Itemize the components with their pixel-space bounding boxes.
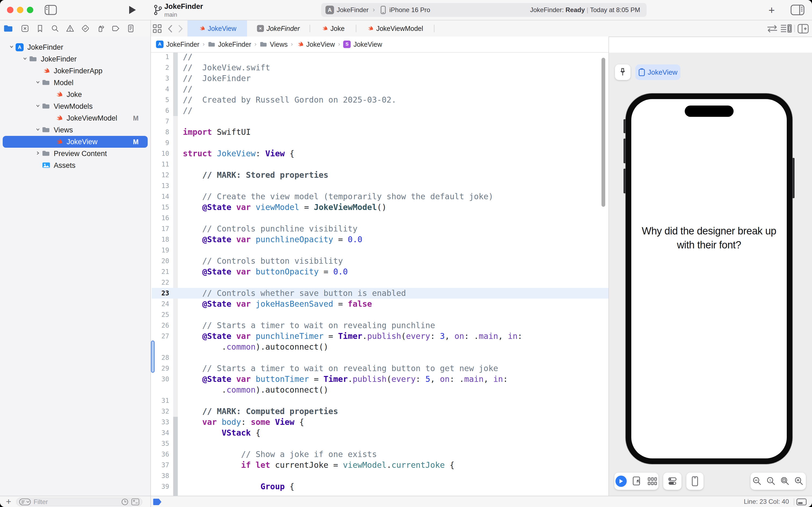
- sidebar-item-model[interactable]: Model: [0, 77, 151, 89]
- line-number[interactable]: 37: [151, 460, 169, 470]
- source-change-bar[interactable]: [151, 340, 155, 373]
- inspector-toggle-icon[interactable]: [791, 5, 805, 15]
- line-number[interactable]: 4: [151, 84, 169, 95]
- line-number[interactable]: 1: [151, 53, 169, 62]
- zoom-fit-icon[interactable]: [780, 476, 790, 486]
- line-number[interactable]: 11: [151, 159, 169, 170]
- line-number[interactable]: 19: [151, 245, 169, 256]
- line-number[interactable]: 27: [151, 331, 169, 342]
- sidebar-toggle-icon[interactable]: [45, 5, 57, 15]
- breadcrumb-item-jokefinder[interactable]: AJokeFinder: [156, 41, 199, 48]
- find-navigator-button[interactable]: [51, 24, 60, 33]
- line-number[interactable]: 7: [151, 116, 169, 127]
- line-number[interactable]: 14: [151, 191, 169, 202]
- back-icon[interactable]: [167, 24, 174, 33]
- add-file-button[interactable]: +: [6, 496, 11, 507]
- selectable-mode-button[interactable]: [633, 476, 642, 486]
- preview-target-chip[interactable]: JokeView: [635, 64, 681, 80]
- line-number[interactable]: 35: [151, 438, 169, 449]
- line-number[interactable]: 22: [151, 277, 169, 288]
- sidebar-item-jokeviewmodel[interactable]: JokeViewModelM: [0, 112, 151, 124]
- line-number[interactable]: 24: [151, 299, 169, 309]
- sidebar-divider[interactable]: [151, 20, 151, 507]
- line-number[interactable]: 9: [151, 137, 169, 148]
- breadcrumb-item-views[interactable]: Views: [259, 41, 288, 48]
- destination-name[interactable]: iPhone 16 Pro: [389, 6, 430, 14]
- recent-files-icon[interactable]: [121, 498, 129, 506]
- line-number[interactable]: 6: [151, 105, 169, 116]
- tab-jokeviewmodel[interactable]: JokeViewModel: [356, 20, 434, 37]
- sidebar-item-jokefinderapp[interactable]: JokeFinderApp: [0, 65, 151, 77]
- traffic-zoom-button[interactable]: [27, 7, 33, 13]
- sidebar-item-views[interactable]: Views: [0, 124, 151, 136]
- tab-jokefinder[interactable]: ✕JokeFinder: [247, 20, 309, 37]
- traffic-close-button[interactable]: [7, 7, 13, 13]
- disclosure-right-icon[interactable]: [36, 151, 40, 157]
- run-play-button[interactable]: [128, 5, 136, 14]
- line-number[interactable]: 17: [151, 223, 169, 234]
- line-number[interactable]: 15: [151, 202, 169, 213]
- line-number[interactable]: 13: [151, 180, 169, 191]
- line-number[interactable]: 20: [151, 256, 169, 266]
- disclosure-down-icon[interactable]: [36, 103, 40, 109]
- sidebar-item-jokeview[interactable]: JokeViewM: [0, 136, 151, 148]
- disclosure-down-icon[interactable]: [36, 127, 40, 133]
- project-navigator-button[interactable]: [3, 24, 12, 33]
- device-bezels-button[interactable]: [686, 472, 703, 490]
- breadcrumb-item-jokeview[interactable]: SJokeView: [343, 41, 382, 48]
- editor-only-layout-icon[interactable]: [797, 498, 807, 505]
- line-number[interactable]: 34: [151, 428, 169, 438]
- sidebar-item-assets[interactable]: Assets: [0, 160, 151, 171]
- minimap-icon[interactable]: [780, 24, 792, 34]
- line-number[interactable]: 32: [151, 406, 169, 417]
- tests-navigator-button[interactable]: [81, 24, 90, 33]
- breakpoints-navigator-button[interactable]: [111, 24, 120, 33]
- line-number[interactable]: 18: [151, 234, 169, 245]
- line-number[interactable]: 16: [151, 213, 169, 223]
- zoom-in-icon[interactable]: [794, 476, 804, 486]
- editor-scrollbar[interactable]: [601, 58, 605, 207]
- zoom-100-icon[interactable]: 1: [766, 476, 776, 486]
- traffic-minimize-button[interactable]: [17, 7, 23, 13]
- sidebar-item-viewmodels[interactable]: ViewModels: [0, 101, 151, 112]
- sidebar-item-jokefinder[interactable]: AJokeFinder: [0, 41, 151, 53]
- line-number[interactable]: 10: [151, 148, 169, 159]
- reports-navigator-button[interactable]: [126, 24, 135, 33]
- bookmarks-navigator-button[interactable]: [36, 24, 45, 33]
- sidebar-item-preview-content[interactable]: Preview Content: [0, 148, 151, 160]
- zoom-out-icon[interactable]: [752, 476, 762, 486]
- breadcrumb-item-jokefinder[interactable]: JokeFinder: [208, 41, 251, 48]
- tab-overview-icon[interactable]: [153, 24, 162, 34]
- tab-joke[interactable]: Joke: [309, 20, 356, 37]
- line-number[interactable]: 21: [151, 266, 169, 277]
- disclosure-down-icon[interactable]: [22, 56, 27, 62]
- sidebar-item-jokefinder[interactable]: JokeFinder: [0, 53, 151, 65]
- forward-icon[interactable]: [177, 24, 184, 33]
- tab-jokeview[interactable]: JokeView: [187, 20, 247, 37]
- filter-field[interactable]: Filter: [16, 498, 142, 506]
- line-number[interactable]: 30: [151, 374, 169, 385]
- line-number[interactable]: 23: [151, 288, 169, 299]
- sidebar-item-joke[interactable]: Joke: [0, 89, 151, 101]
- line-number[interactable]: 38: [151, 470, 169, 481]
- device-settings-button[interactable]: [663, 472, 682, 490]
- source-control-navigator-button[interactable]: [20, 24, 30, 33]
- breakpoints-toggle-icon[interactable]: [153, 498, 162, 505]
- line-number[interactable]: 25: [151, 309, 169, 320]
- scheme-status-bar[interactable]: A JokeFinder › iPhone 16 Pro JokeFinder:…: [321, 3, 647, 17]
- line-number[interactable]: 12: [151, 170, 169, 180]
- split-editor-icon[interactable]: [798, 24, 809, 34]
- swap-editor-icon[interactable]: [766, 24, 778, 33]
- line-number[interactable]: 26: [151, 320, 169, 331]
- add-tab-button[interactable]: +: [768, 4, 775, 16]
- breadcrumb-item-jokeview[interactable]: JokeView: [296, 41, 335, 48]
- issues-navigator-button[interactable]: [65, 24, 75, 33]
- line-number[interactable]: 3: [151, 73, 169, 84]
- disclosure-down-icon[interactable]: [36, 80, 40, 86]
- line-number[interactable]: 36: [151, 449, 169, 460]
- line-number[interactable]: 33: [151, 417, 169, 428]
- line-number[interactable]: 39: [151, 481, 169, 492]
- line-number[interactable]: 8: [151, 127, 169, 137]
- line-number[interactable]: 2: [151, 62, 169, 73]
- pin-button[interactable]: [615, 64, 631, 80]
